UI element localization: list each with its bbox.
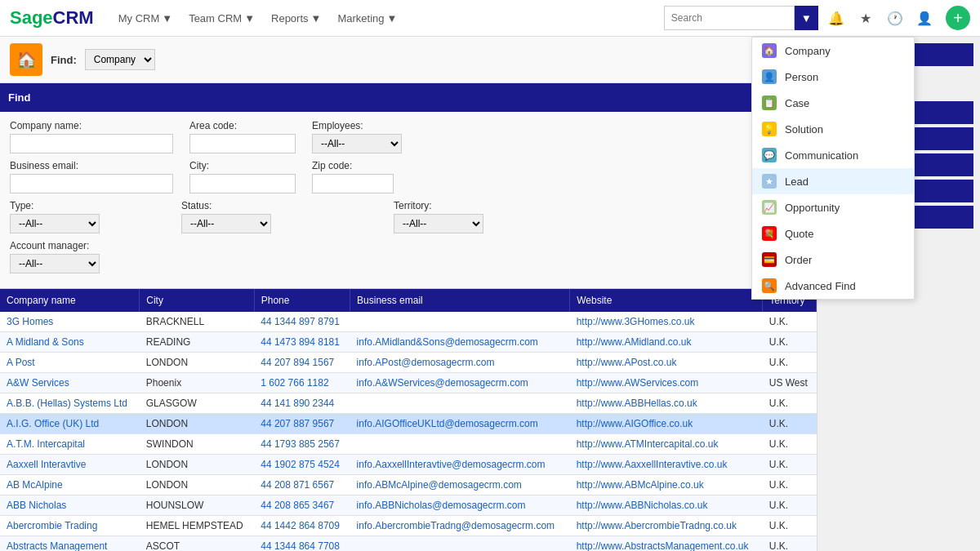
website-link[interactable]: http://www.AIGOffice.co.uk [577, 418, 693, 429]
col-city[interactable]: City [140, 289, 254, 312]
dropdown-opportunity[interactable]: 📈 Opportunity [752, 194, 914, 220]
company-name-link[interactable]: A Midland & Sons [7, 336, 84, 348]
table-row[interactable]: AB McAlpineLONDON44 208 871 6567info.ABM… [0, 475, 817, 495]
company-name-link[interactable]: A&W Services [7, 377, 69, 389]
phone-link[interactable]: 44 1473 894 8181 [261, 336, 340, 348]
col-company-name[interactable]: Company name [0, 289, 140, 312]
nav-marketing[interactable]: Marketing ▼ [337, 12, 397, 24]
order-icon: 💳 [762, 252, 777, 267]
email-link[interactable]: info.ABBNicholas@demosagecrm.com [357, 500, 526, 511]
table-row[interactable]: ABB NicholasHOUNSLOW44 208 865 3467info.… [0, 495, 817, 516]
table-row[interactable]: 3G HomesBRACKNELL44 1344 897 8791http://… [0, 312, 817, 332]
add-button[interactable]: + [946, 6, 970, 30]
search-input[interactable] [664, 6, 795, 30]
table-row[interactable]: A Midland & SonsREADING44 1473 894 8181i… [0, 332, 817, 353]
phone-link[interactable]: 44 207 894 1567 [261, 357, 334, 368]
territory-field: Territory: --All-- [394, 200, 483, 233]
phone-link[interactable]: 1 602 766 1182 [261, 377, 328, 389]
nav-my-crm[interactable]: My CRM ▼ [118, 12, 172, 24]
dropdown-communication[interactable]: 💬 Communication [752, 142, 914, 168]
history-icon[interactable]: 🕐 [884, 7, 906, 29]
business-email-input[interactable] [10, 174, 173, 193]
phone-link[interactable]: 44 1442 864 8709 [261, 520, 340, 531]
opportunity-icon: 📈 [762, 200, 777, 215]
table-row[interactable]: A.I.G. Office (UK) LtdLONDON44 207 887 9… [0, 414, 817, 434]
phone-link[interactable]: 44 1902 875 4524 [261, 459, 340, 470]
phone-link[interactable]: 44 1344 864 7708 [261, 540, 340, 551]
website-link[interactable]: http://www.AaxxellInteravtive.co.uk [577, 459, 728, 470]
logo-sage: Sage [10, 7, 53, 29]
phone-link[interactable]: 44 1793 885 2567 [261, 438, 340, 450]
zip-code-field: Zip code: [312, 160, 394, 193]
user-icon[interactable]: 👤 [913, 7, 936, 29]
dropdown-advanced-find[interactable]: 🔍 Advanced Find [752, 273, 914, 299]
website-link[interactable]: http://www.ABBNicholas.co.uk [577, 500, 708, 511]
email-link[interactable]: info.AIGOfficeUKLtd@demosagecrm.com [357, 418, 538, 429]
company-name-link[interactable]: 3G Homes [7, 316, 53, 327]
employees-select[interactable]: --All-- [312, 134, 402, 153]
email-link[interactable]: info.ABMcAlpine@demosagecrm.com [357, 479, 522, 491]
dropdown-solution[interactable]: 💡 Solution [752, 116, 914, 142]
phone-link[interactable]: 44 208 865 3467 [261, 500, 334, 511]
dropdown-person[interactable]: 👤 Person [752, 64, 914, 90]
company-name-link[interactable]: Aaxxell Interavtive [7, 459, 86, 470]
company-name-link[interactable]: A.I.G. Office (UK) Ltd [7, 418, 99, 429]
table-row[interactable]: A PostLONDON44 207 894 1567info.APost@de… [0, 353, 817, 373]
company-name-link[interactable]: A Post [7, 357, 35, 368]
company-name-link[interactable]: A.T.M. Intercapital [7, 438, 85, 450]
table-row[interactable]: A.T.M. IntercapitalSWINDON44 1793 885 25… [0, 434, 817, 455]
website-link[interactable]: http://www.AbstractsManagement.co.uk [577, 540, 749, 551]
table-row[interactable]: Abercrombie TradingHEMEL HEMPSTEAD44 144… [0, 516, 817, 536]
col-website[interactable]: Website [570, 289, 763, 312]
email-link[interactable]: info.A&WServices@demosagecrm.com [357, 377, 528, 389]
website-link[interactable]: http://www.ABBHellas.co.uk [577, 398, 697, 409]
nav-reports[interactable]: Reports ▼ [271, 12, 321, 24]
website-link[interactable]: http://www.AbercrombieTradng.co.uk [577, 520, 737, 531]
website-link[interactable]: http://www.APost.co.uk [577, 357, 677, 368]
website-link[interactable]: http://www.AMidland.co.uk [577, 336, 692, 348]
company-name-input[interactable] [10, 134, 173, 153]
email-link[interactable]: info.AMidland&Sons@demosagecrm.com [357, 336, 538, 348]
company-name-link[interactable]: Abstracts Management [7, 540, 107, 551]
dropdown-lead[interactable]: ★ Lead [752, 168, 914, 194]
phone-link[interactable]: 44 1344 897 8791 [261, 316, 340, 327]
favorites-icon[interactable]: ★ [854, 7, 877, 29]
territory-select[interactable]: --All-- [394, 214, 483, 233]
phone-link[interactable]: 44 141 890 2344 [261, 398, 334, 409]
area-code-input[interactable] [189, 134, 296, 153]
dropdown-order[interactable]: 💳 Order [752, 247, 914, 273]
website-link[interactable]: http://www.ABMcAlpine.co.uk [577, 479, 704, 491]
city-input[interactable] [189, 174, 296, 193]
website-link[interactable]: http://www.AWServices.com [577, 377, 699, 389]
table-row[interactable]: A.B.B. (Hellas) Systems LtdGLASGOW44 141… [0, 393, 817, 414]
phone-link[interactable]: 44 207 887 9567 [261, 418, 334, 429]
col-phone[interactable]: Phone [254, 289, 350, 312]
nav-team-crm[interactable]: Team CRM ▼ [189, 12, 255, 24]
company-name-link[interactable]: AB McAlpine [7, 479, 63, 491]
account-manager-select[interactable]: --All-- [10, 254, 100, 273]
zip-code-input[interactable] [312, 174, 394, 193]
find-entity-select[interactable]: Company Person Lead Case [85, 49, 155, 70]
email-link[interactable]: info.AbercrombieTradng@demosagecrm.com [357, 520, 555, 531]
email-link[interactable]: info.APost@demosagecrm.com [357, 357, 495, 368]
type-select[interactable]: --All-- [10, 214, 100, 233]
email-link[interactable]: info.AaxxellInteravtive@demosagecrm.com [357, 459, 546, 470]
dropdown-company[interactable]: 🏠 Company [752, 38, 914, 64]
search-dropdown-button[interactable]: ▼ [795, 6, 818, 30]
dropdown-quote[interactable]: 💐 Quote [752, 220, 914, 247]
dropdown-case[interactable]: 📋 Case [752, 90, 914, 116]
col-email[interactable]: Business email [350, 289, 570, 312]
status-select[interactable]: --All-- [181, 214, 271, 233]
website-link[interactable]: http://www.3GHomes.co.uk [577, 316, 695, 327]
table-row[interactable]: A&W ServicesPhoenix1 602 766 1182info.A&… [0, 373, 817, 393]
table-row[interactable]: Abstracts ManagementASCOT44 1344 864 770… [0, 536, 817, 552]
status-field: Status: --All-- [181, 200, 271, 233]
company-name-link[interactable]: ABB Nicholas [7, 500, 66, 511]
company-name-link[interactable]: Abercrombie Trading [7, 520, 97, 531]
notification-icon[interactable]: 🔔 [825, 7, 848, 29]
phone-link[interactable]: 44 208 871 6567 [261, 479, 334, 491]
table-row[interactable]: Aaxxell InteravtiveLONDON44 1902 875 452… [0, 455, 817, 475]
website-link[interactable]: http://www.ATMIntercapital.co.uk [577, 438, 719, 450]
chevron-down-icon: ▼ [162, 12, 172, 24]
company-name-link[interactable]: A.B.B. (Hellas) Systems Ltd [7, 398, 127, 409]
